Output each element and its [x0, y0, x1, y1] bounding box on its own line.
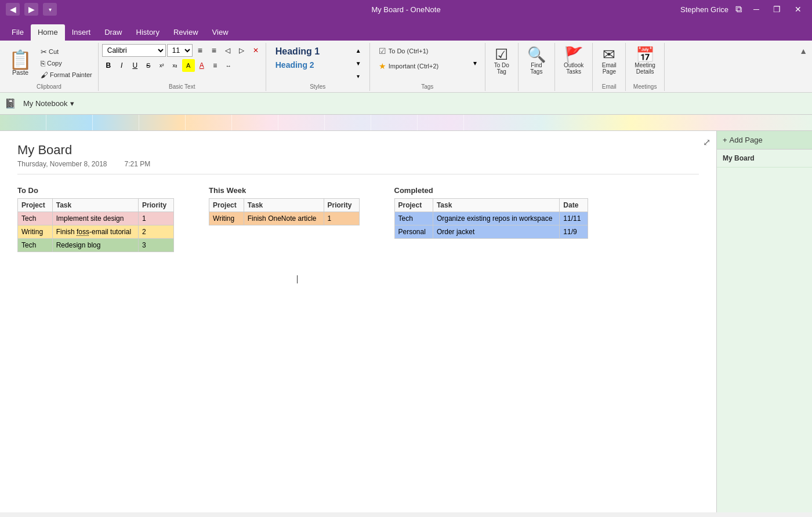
todo-r2-task: Finish foss-email tutorial [52, 225, 138, 239]
strikethrough-button[interactable]: S [142, 59, 155, 72]
underline-button[interactable]: U [129, 59, 142, 72]
todo-tag-action-label: To Do Tag [494, 62, 509, 75]
completed-section: Completed Project Task Date Tech Organiz… [394, 186, 589, 239]
todo-r2-priority: 2 [139, 225, 174, 239]
right-sidebar: + Add Page My Board [716, 131, 812, 512]
week-col-priority: Priority [324, 199, 359, 212]
cut-button[interactable]: ✂ Cut [38, 46, 95, 57]
menu-history[interactable]: History [129, 24, 166, 41]
page-item-myboard[interactable]: My Board [717, 150, 812, 168]
restore-down-icon[interactable]: ⧉ [735, 4, 742, 14]
important-tag-button[interactable]: ★ Important (Ctrl+2) [374, 59, 466, 73]
ribbon-collapse-button[interactable]: ▲ [797, 44, 810, 58]
tab-5[interactable] [186, 115, 232, 130]
back-button[interactable]: ◀ [6, 3, 20, 16]
tab-3[interactable] [93, 115, 139, 130]
main-layout: ⤢ My Board Thursday, November 8, 2018 7:… [0, 131, 812, 512]
outlook-tasks-label: Outlook Tasks [564, 62, 583, 75]
copy-label: Copy [47, 60, 62, 67]
tab-7[interactable] [278, 115, 325, 130]
add-page-button[interactable]: + Add Page [717, 131, 812, 150]
find-tags-label: Find Tags [530, 62, 542, 75]
menu-view[interactable]: View [205, 24, 235, 41]
styles-scroll-down[interactable]: ▼ [352, 57, 365, 70]
restore-button[interactable]: ❐ [768, 5, 785, 14]
tab-2[interactable] [46, 115, 93, 130]
outdent-button[interactable]: ◁ [222, 44, 234, 57]
find-tags-icon: 🔍 [527, 47, 546, 62]
styles-scroll-up[interactable]: ▲ [352, 44, 365, 57]
todo-title: To Do [17, 186, 174, 195]
completed-title: Completed [394, 186, 589, 195]
find-tags-button[interactable]: 🔍 Find Tags [522, 44, 551, 78]
this-week-table: Project Task Priority Writing Finish One… [209, 198, 359, 225]
dropdown-button[interactable]: ▾ [43, 3, 57, 16]
format-painter-label: Format Painter [50, 71, 92, 78]
menu-review[interactable]: Review [166, 24, 205, 41]
tags-dropdown-button[interactable]: ▾ [469, 57, 481, 70]
numbering-button[interactable]: ≡ [208, 44, 220, 57]
tab-1[interactable] [0, 115, 46, 130]
comp-col-project: Project [394, 199, 433, 212]
week-r1-task: Finish OneNote article [244, 212, 324, 225]
meeting-details-button[interactable]: 📅 Meeting Details [629, 44, 661, 78]
notebook-title[interactable]: My Notebook ▾ [19, 97, 79, 110]
bold-button[interactable]: B [102, 59, 115, 72]
todo-r2-project: Writing [18, 225, 53, 239]
menu-draw[interactable]: Draw [97, 24, 129, 41]
indent-button[interactable]: ▷ [235, 44, 248, 57]
small-clipboard-btns: ✂ Cut ⎘ Copy 🖌 Format Painter [38, 46, 95, 81]
ribbon-find-tags-group: 🔍 Find Tags [519, 43, 555, 91]
menu-insert[interactable]: Insert [65, 24, 98, 41]
subscript-button[interactable]: x₂ [169, 59, 182, 72]
ribbon-outlook-group: 🚩 Outlook Tasks [555, 43, 593, 91]
format-painter-button[interactable]: 🖌 Format Painter [38, 70, 95, 81]
expand-button[interactable]: ⤢ [703, 137, 710, 148]
todo-tag-action-button[interactable]: ☑ To Do Tag [489, 44, 514, 78]
paste-button[interactable]: 📋 Paste [3, 48, 37, 79]
content-area[interactable]: ⤢ My Board Thursday, November 8, 2018 7:… [0, 131, 716, 512]
heading1-style[interactable]: Heading 1 [272, 45, 349, 58]
minimize-button[interactable]: ─ [749, 5, 764, 14]
close-button[interactable]: ✕ [790, 5, 806, 14]
page-time: 7:21 PM [125, 160, 151, 168]
comp-r1-project: Tech [394, 212, 433, 225]
week-r1-project: Writing [209, 212, 244, 225]
font-color-button[interactable]: A [195, 59, 208, 72]
email-page-button[interactable]: ✉ Email Page [596, 44, 622, 78]
user-name[interactable]: Stephen Grice [680, 5, 728, 14]
table-row: Writing Finish OneNote article 1 [209, 212, 359, 225]
font-select[interactable]: Calibri [102, 44, 166, 57]
outlook-tasks-button[interactable]: 🚩 Outlook Tasks [559, 44, 589, 78]
highlight-button[interactable]: A [182, 59, 195, 72]
page-meta: Thursday, November 8, 2018 7:21 PM [17, 160, 699, 174]
board-tables: To Do Project Task Priority Tech Impleme… [17, 186, 699, 252]
comp-col-task: Task [433, 199, 559, 212]
comp-r1-task: Organize existing repos in workspace [433, 212, 559, 225]
bullets-button[interactable]: ≡ [194, 44, 206, 57]
tab-9[interactable] [371, 115, 418, 130]
window-title: My Board - OneNote [371, 5, 440, 14]
styles-more[interactable]: ▾ [352, 70, 365, 82]
tab-8[interactable] [325, 115, 371, 130]
tab-4[interactable] [139, 115, 186, 130]
table-row: Tech Redesign blog 3 [18, 239, 174, 252]
italic-button[interactable]: I [115, 59, 128, 72]
copy-button[interactable]: ⎘ Copy [38, 58, 95, 69]
alignment-button[interactable]: ≡ [209, 59, 222, 72]
menu-home[interactable]: Home [31, 24, 65, 41]
clear-formatting-button[interactable]: ✕ [249, 44, 262, 57]
font-size-select[interactable]: 11 [167, 44, 193, 57]
ltr-rtl-button[interactable]: ↔ [222, 59, 235, 72]
paste-icon: 📋 [9, 50, 32, 69]
add-page-label: Add Page [730, 136, 763, 144]
superscript-button[interactable]: x² [155, 59, 168, 72]
tab-10[interactable] [418, 115, 464, 130]
menu-file[interactable]: File [5, 24, 31, 41]
todo-tag-button[interactable]: ☑ To Do (Ctrl+1) [374, 44, 466, 58]
forward-button[interactable]: ▶ [24, 3, 38, 16]
tab-6[interactable] [232, 115, 278, 130]
heading2-style[interactable]: Heading 2 [272, 59, 349, 71]
text-cursor-area[interactable] [296, 275, 699, 285]
notebook-name: My Notebook [23, 99, 68, 108]
